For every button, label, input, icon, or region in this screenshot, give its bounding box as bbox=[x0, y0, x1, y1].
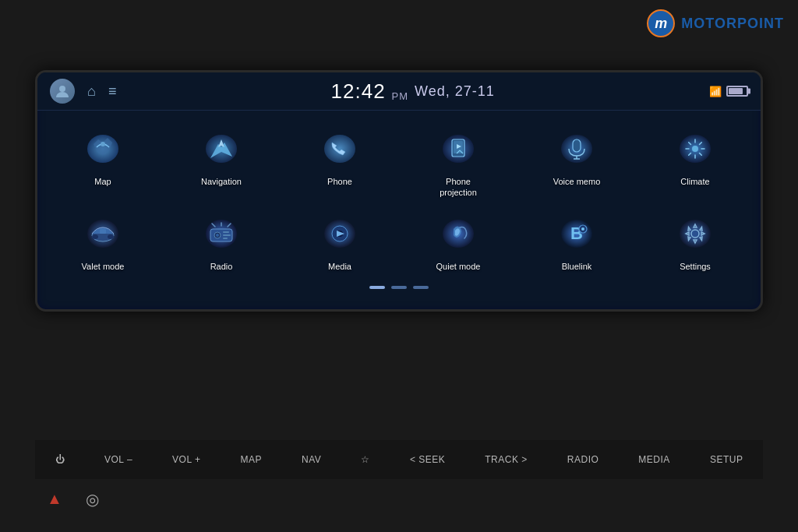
status-left: ⌂ ≡ bbox=[50, 79, 116, 104]
app-valet-mode[interactable]: Valet mode bbox=[44, 203, 162, 277]
phone-icon-wrap bbox=[315, 126, 365, 171]
status-bar: ⌂ ≡ 12:42 PM Wed, 27-11 📶 bbox=[37, 72, 761, 111]
svg-rect-9 bbox=[573, 139, 581, 152]
phone-label: Phone bbox=[327, 176, 352, 187]
climate-icon-wrap bbox=[670, 126, 720, 171]
svg-point-4 bbox=[324, 135, 355, 163]
app-grid: Map Navigation bbox=[37, 111, 761, 283]
motorpoint-logo: m MOTORPOINT bbox=[647, 9, 784, 37]
svg-rect-26 bbox=[100, 229, 106, 234]
quiet-mode-icon-wrap bbox=[433, 211, 483, 256]
svg-point-0 bbox=[59, 86, 65, 92]
infotainment-screen: ⌂ ≡ 12:42 PM Wed, 27-11 📶 bbox=[35, 70, 763, 312]
bottom-scroll-icon[interactable]: ◎ bbox=[86, 490, 99, 509]
app-map[interactable]: Map bbox=[44, 118, 162, 203]
bluelink-icon-wrap: B bbox=[552, 211, 602, 256]
app-media[interactable]: Media bbox=[281, 203, 399, 277]
app-navigation[interactable]: Navigation bbox=[162, 118, 281, 203]
svg-point-30 bbox=[216, 234, 219, 237]
app-settings[interactable]: Settings bbox=[636, 203, 754, 277]
app-voice-memo[interactable]: Voice memo bbox=[517, 118, 636, 203]
radio-button[interactable]: RADIO bbox=[563, 451, 604, 468]
app-phone-projection[interactable]: Phone projection bbox=[399, 118, 517, 203]
svg-rect-31 bbox=[223, 231, 229, 233]
svg-point-2 bbox=[101, 142, 105, 146]
vol-plus-button[interactable]: VOL + bbox=[168, 451, 205, 468]
svg-point-24 bbox=[92, 234, 98, 239]
media-icon-wrap bbox=[315, 211, 365, 256]
valet-mode-icon-wrap bbox=[78, 211, 128, 256]
time-display: 12:42 bbox=[331, 79, 386, 104]
app-bluelink[interactable]: B Bluelink bbox=[517, 203, 636, 277]
app-phone[interactable]: Phone bbox=[281, 118, 399, 203]
page-dots bbox=[37, 283, 761, 294]
quiet-mode-label: Quiet mode bbox=[436, 261, 481, 272]
dot-1[interactable] bbox=[369, 286, 385, 289]
map-label: Map bbox=[94, 176, 111, 187]
motorpoint-name: MOTORPOINT bbox=[681, 16, 784, 32]
svg-point-41 bbox=[581, 227, 584, 231]
home-icon[interactable]: ⌂ bbox=[87, 83, 96, 100]
bottom-controls: ▲ ◎ bbox=[47, 481, 751, 516]
map-button[interactable]: MAP bbox=[236, 451, 267, 468]
status-center: 12:42 PM Wed, 27-11 bbox=[331, 79, 495, 104]
phone-projection-label: Phone projection bbox=[440, 176, 477, 199]
ampm-display: PM bbox=[392, 90, 409, 102]
dot-3[interactable] bbox=[413, 286, 429, 289]
app-radio[interactable]: Radio bbox=[162, 203, 281, 277]
motorpoint-icon: m bbox=[647, 9, 675, 37]
media-button[interactable]: MEDIA bbox=[634, 451, 675, 468]
fav-button[interactable]: ☆ bbox=[356, 451, 375, 468]
voice-memo-label: Voice memo bbox=[553, 176, 601, 187]
svg-rect-32 bbox=[223, 234, 231, 236]
app-quiet-mode[interactable]: Quiet mode bbox=[399, 203, 517, 277]
radio-label: Radio bbox=[210, 261, 233, 272]
navigation-icon-wrap bbox=[196, 126, 246, 171]
menu-icon[interactable]: ≡ bbox=[108, 83, 117, 100]
settings-label: Settings bbox=[680, 261, 711, 272]
media-label: Media bbox=[328, 261, 351, 272]
app-climate[interactable]: Climate bbox=[636, 118, 754, 203]
map-icon-wrap bbox=[78, 126, 128, 171]
seek-back-button[interactable]: < SEEK bbox=[405, 451, 450, 468]
bluelink-label: Bluelink bbox=[562, 261, 592, 272]
power-button[interactable]: ⏻ bbox=[51, 451, 70, 468]
nav-button[interactable]: NAV bbox=[297, 451, 326, 468]
vol-minus-button[interactable]: VOL – bbox=[100, 451, 137, 468]
bottom-up-icon[interactable]: ▲ bbox=[47, 490, 62, 508]
voice-memo-icon-wrap bbox=[552, 126, 602, 171]
svg-point-13 bbox=[692, 146, 698, 152]
svg-rect-33 bbox=[223, 238, 228, 239]
signal-icon: 📶 bbox=[709, 86, 722, 97]
track-fwd-button[interactable]: TRACK > bbox=[480, 451, 532, 468]
dot-2[interactable] bbox=[391, 286, 407, 289]
settings-icon-wrap bbox=[670, 211, 720, 256]
climate-label: Climate bbox=[680, 176, 709, 187]
setup-button[interactable]: SETUP bbox=[705, 451, 748, 468]
user-avatar[interactable] bbox=[50, 79, 75, 104]
svg-point-25 bbox=[108, 234, 114, 239]
phone-projection-icon-wrap bbox=[433, 126, 483, 171]
radio-icon-wrap bbox=[196, 211, 246, 256]
date-display: Wed, 27-11 bbox=[415, 83, 495, 100]
navigation-label: Navigation bbox=[201, 176, 242, 187]
valet-mode-label: Valet mode bbox=[82, 261, 125, 272]
svg-point-44 bbox=[692, 231, 698, 237]
controls-bar: ⏻ VOL – VOL + MAP NAV ☆ < SEEK TRACK > R… bbox=[35, 440, 763, 479]
battery-icon bbox=[726, 86, 748, 97]
status-right: 📶 bbox=[709, 86, 748, 97]
